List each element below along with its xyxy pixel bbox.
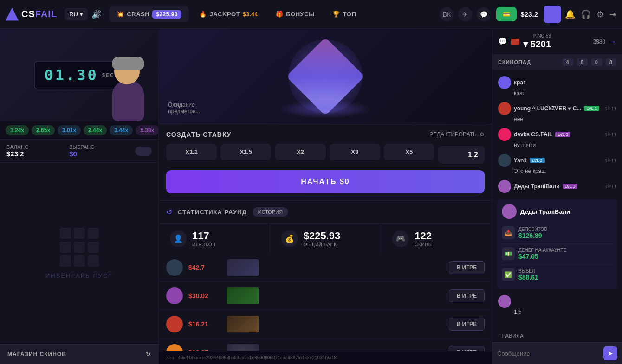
telegram-icon[interactable]: ✈ bbox=[458, 7, 472, 21]
online-count-big: ▾ 5201 bbox=[523, 38, 551, 50]
gift-icon: 🎁 bbox=[276, 11, 284, 18]
rules-link[interactable]: ПРАВИЛА bbox=[492, 329, 622, 342]
user-card: Деды ТраліВали 📥 ДЕПОЗИТОВ $126.89 💵 ДЕН… bbox=[497, 199, 617, 289]
left-panel: 01.30 SEC 1.24x 2.65x 3.01x 2.44x 3.44x … bbox=[0, 29, 159, 364]
tab-bonuses[interactable]: 🎁 БОНУСЫ bbox=[268, 6, 323, 22]
msg-text: 1.5 bbox=[498, 309, 616, 315]
stats-numbers: 👤 117 ИГРОКОВ 💰 $225.93 ОБЩИЙ БАНК 🎮 bbox=[159, 224, 492, 254]
bonuses-label: БОНУСЫ bbox=[286, 11, 315, 18]
ingame-button[interactable]: В ИГРЕ bbox=[449, 289, 485, 302]
bet-title: СОЗДАТЬ СТАВКУ bbox=[166, 131, 232, 138]
balance-label: БАЛАНС bbox=[6, 144, 29, 150]
edit-label: РЕДАКТИРОВАТЬ bbox=[429, 131, 477, 138]
mult-badge-0[interactable]: 1.24x bbox=[6, 125, 29, 135]
msg-lvl-badge: LVL 2 bbox=[530, 158, 545, 163]
stats-title: СТАТИСТИКА РАУНД bbox=[178, 209, 247, 216]
msg-user: Деды ТраліВали LVL 3 19:11 bbox=[498, 180, 616, 193]
main-area: 01.30 SEC 1.24x 2.65x 3.01x 2.44x 3.44x … bbox=[0, 29, 622, 364]
ingame-button[interactable]: В ИГРЕ bbox=[449, 261, 485, 274]
player-skin bbox=[227, 259, 443, 276]
start-label: НАЧАТЬ $0 bbox=[301, 178, 350, 185]
notification-button[interactable]: 🔔 bbox=[565, 9, 575, 19]
history-button[interactable]: ИСТОРИЯ bbox=[253, 207, 288, 217]
skins-label: СКИНЫ bbox=[415, 242, 433, 247]
msg-user bbox=[498, 295, 616, 308]
logo-cs: CS bbox=[21, 9, 35, 19]
crash-icon: 💥 bbox=[117, 11, 124, 18]
ingame-button[interactable]: В ИГРЕ bbox=[449, 318, 485, 331]
players-label: ИГРОКОВ bbox=[192, 242, 216, 247]
mult-btn-x1-5[interactable]: X1.5 bbox=[220, 144, 271, 160]
tab-crash[interactable]: 💥 CRASH $225.93 bbox=[109, 6, 189, 22]
mult-btn-x1-1[interactable]: X1.1 bbox=[166, 144, 217, 160]
chat-arrow[interactable]: → bbox=[609, 38, 616, 46]
mult-badge-2[interactable]: 3.01x bbox=[58, 125, 81, 135]
skinpad-header: СКИНОПАД 4 8 0 8 bbox=[492, 55, 622, 70]
hash-text: Хэш: 49c4485abca293446953bc639d0c1e85006… bbox=[166, 355, 337, 360]
ingame-button[interactable]: В ИГРЕ bbox=[449, 346, 485, 351]
inventory-label: ИНВЕНТАРЬ ПУСТ bbox=[45, 272, 113, 279]
user-card-name: Деды ТраліВали bbox=[520, 208, 570, 215]
chat-message: краг краг bbox=[492, 73, 622, 99]
sound-button[interactable]: 🔊 bbox=[91, 9, 102, 19]
msg-lvl-badge: LVL 3 bbox=[563, 184, 578, 189]
hash-bar: Хэш: 49c4485abca293446953bc639d0c1e85006… bbox=[159, 351, 492, 364]
edit-button[interactable]: РЕДАКТИРОВАТЬ ⚙ bbox=[429, 131, 485, 138]
mult-badge-4[interactable]: 3.44x bbox=[110, 125, 133, 135]
skinpad-num-1: 8 bbox=[577, 58, 588, 66]
mult-btn-x5[interactable]: X5 bbox=[384, 144, 434, 160]
skins-icon: 🎮 bbox=[392, 230, 409, 247]
discord-icon[interactable]: 💬 bbox=[477, 7, 491, 21]
settings-button[interactable]: ⚙ bbox=[596, 9, 604, 19]
language-label: RU bbox=[69, 11, 78, 18]
skinpad-num-0: 4 bbox=[563, 58, 573, 66]
chat-message: devka CS.FAIL LVL 3 19:11 ну почти bbox=[492, 125, 622, 151]
waiting-text: Ожидание предметов... bbox=[168, 102, 201, 115]
msg-username: devka CS.FAIL bbox=[514, 131, 552, 138]
ping-label: PING 58 bbox=[523, 33, 551, 38]
language-button[interactable]: RU ▾ bbox=[65, 8, 88, 20]
skin-image bbox=[227, 259, 259, 276]
user-avatar[interactable] bbox=[544, 6, 561, 23]
msg-username: Yan1 bbox=[514, 157, 527, 164]
logo-fail: FAIL bbox=[35, 9, 57, 19]
refresh-icon: ↻ bbox=[146, 351, 151, 358]
mult-btn-x3[interactable]: X3 bbox=[330, 144, 380, 160]
chat-input[interactable] bbox=[497, 350, 600, 357]
crash-label: CRASH bbox=[127, 11, 149, 18]
send-button[interactable]: ➤ bbox=[603, 346, 617, 360]
tab-jackpot[interactable]: 🔥 JACKPOT $3.44 bbox=[192, 6, 266, 22]
shop-button[interactable]: МАГАЗИН СКИНОВ ↻ bbox=[0, 344, 158, 364]
msg-avatar bbox=[498, 128, 511, 141]
mult-badge-1[interactable]: 2.65x bbox=[32, 125, 55, 135]
game-visual: Ожидание предметов... bbox=[159, 29, 492, 124]
waiting-line1: Ожидание bbox=[168, 102, 195, 108]
deposits-label: ДЕПОЗИТОВ bbox=[518, 227, 547, 232]
bank-icon: 💰 bbox=[281, 230, 298, 247]
stat-bank: 💰 $225.93 ОБЩИЙ БАНК bbox=[270, 224, 382, 254]
msg-avatar bbox=[498, 180, 511, 193]
logout-button[interactable]: ⇥ bbox=[609, 9, 616, 19]
player-bet: $30.02 bbox=[188, 292, 221, 300]
players-list: $42.7 В ИГРЕ $30.02 В ИГРЕ bbox=[159, 254, 492, 351]
multiplier-input[interactable] bbox=[438, 146, 485, 164]
timer-value: 01.30 bbox=[44, 66, 98, 84]
user-card-deposits: 📥 ДЕПОЗИТОВ $126.89 bbox=[502, 223, 613, 243]
chat-message: Yan1 LVL 2 19:11 Это не краш bbox=[492, 151, 622, 177]
tab-top[interactable]: 🏆 ТОП bbox=[325, 6, 363, 22]
headset-button[interactable]: 🎧 bbox=[581, 9, 591, 19]
mult-badge-5[interactable]: 5.38x bbox=[136, 125, 158, 135]
top-label: ТОП bbox=[343, 11, 356, 18]
player-avatar bbox=[166, 287, 183, 304]
deposit-button[interactable]: 💳 bbox=[496, 7, 517, 21]
selected-section: ВЫБРАНО $0 bbox=[69, 144, 95, 158]
deposits-value: $126.89 bbox=[518, 232, 547, 239]
msg-time: 19:11 bbox=[605, 158, 616, 163]
start-button[interactable]: НАЧАТЬ $0 bbox=[166, 170, 485, 193]
mult-btn-x2[interactable]: X2 bbox=[275, 144, 325, 160]
mult-badge-3[interactable]: 2.44x bbox=[84, 125, 107, 135]
vk-icon[interactable]: ВК bbox=[440, 7, 454, 21]
toggle-switch[interactable] bbox=[135, 147, 152, 156]
chat-message: young ^ LUCkZVER ♥ C... LVL 1 19:11 eee bbox=[492, 99, 622, 125]
balance-display: $23.2 bbox=[520, 10, 538, 18]
